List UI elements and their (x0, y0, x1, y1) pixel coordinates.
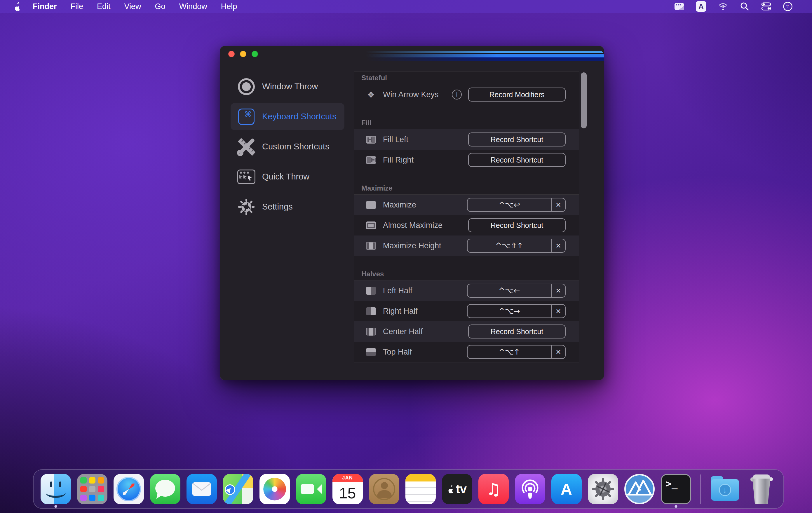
section-fill: Fill Fill Left Record Shortcut Fill Righ… (354, 116, 579, 170)
sidebar-item-keyboard-shortcuts[interactable]: ⌘ Keyboard Shortcuts (231, 103, 344, 130)
row-fill-left: Fill Left Record Shortcut (354, 129, 579, 150)
menu-view[interactable]: View (124, 2, 141, 11)
command-key-icon: ⌘ (237, 108, 256, 126)
trash-icon (746, 474, 777, 504)
clear-shortcut-button[interactable]: × (552, 199, 565, 211)
menu-edit[interactable]: Edit (97, 2, 111, 11)
dock-finder[interactable] (40, 474, 71, 504)
section-header: Maximize (354, 182, 579, 194)
dock-photos[interactable] (259, 474, 290, 504)
menu-app-name[interactable]: Finder (33, 2, 57, 11)
dock-notes[interactable] (405, 474, 436, 504)
calendar-icon: JAN 15 (332, 474, 363, 504)
calendar-month: JAN (332, 474, 363, 482)
menu-help[interactable]: Help (221, 2, 237, 11)
dock-system-preferences[interactable] (588, 474, 618, 504)
sidebar-item-quick-throw[interactable]: Quick Throw (231, 163, 344, 190)
section-stateful: Stateful ❖ Win Arrow Keys i Record Modif… (354, 71, 579, 105)
menu-file[interactable]: File (70, 2, 84, 11)
right-half-icon (366, 307, 376, 315)
row-right-half: Right Half ^⌥→ × (354, 301, 579, 321)
row-almost-maximize: Almost Maximize Record Shortcut (354, 215, 579, 236)
sidebar: Window Throw ⌘ Keyboard Shortcuts Custom… (231, 73, 344, 223)
menu-bar: Finder File Edit View Go Window Help A 7 (0, 0, 812, 13)
downloads-folder-icon: ↓ (710, 474, 740, 504)
record-modifiers-button[interactable]: Record Modifiers (468, 88, 566, 101)
sidebar-item-settings[interactable]: Settings (231, 193, 344, 220)
app-window: Window Throw ⌘ Keyboard Shortcuts Custom… (220, 46, 604, 380)
dock-downloads[interactable]: ↓ (710, 474, 740, 504)
arrow-keys-icon: ❖ (366, 90, 376, 99)
running-indicator (54, 505, 57, 508)
finder-icon (40, 474, 71, 504)
row-maximize-height: Maximize Height ^⌥⇧↑ × (354, 236, 579, 256)
dock-safari[interactable] (114, 474, 144, 504)
mail-icon (186, 474, 217, 504)
shortcut-keys[interactable]: ^⌥⇧↑ (468, 239, 552, 252)
clock-icon[interactable]: 7 (783, 1, 793, 11)
shortcut-keys[interactable]: ^⌥↩ (468, 199, 552, 211)
sidebar-item-custom-shortcuts[interactable]: Custom Shortcuts (231, 133, 344, 160)
spotlight-search-icon[interactable] (740, 1, 750, 11)
dock-maps[interactable] (223, 474, 253, 504)
shortcut-field-top-half: ^⌥↑ × (467, 345, 566, 359)
shortcuts-panel: Stateful ❖ Win Arrow Keys i Record Modif… (354, 71, 579, 362)
dock-launchpad[interactable] (77, 474, 108, 504)
dock-facetime[interactable] (296, 474, 326, 504)
dock-messages[interactable] (150, 474, 180, 504)
fill-right-icon (366, 156, 376, 164)
record-shortcut-button[interactable]: Record Shortcut (468, 325, 566, 338)
dock-podcasts[interactable] (515, 474, 545, 504)
dock-terminal[interactable]: >_ (661, 474, 691, 504)
dock-music[interactable]: ♫ (478, 474, 509, 504)
clear-shortcut-button[interactable]: × (552, 345, 565, 358)
dock-window-app[interactable] (624, 474, 655, 504)
record-shortcut-button[interactable]: Record Shortcut (468, 132, 566, 147)
facetime-icon (296, 474, 326, 504)
apple-menu-icon[interactable] (13, 2, 22, 11)
menu-go[interactable]: Go (155, 2, 166, 11)
zoom-button[interactable] (252, 51, 258, 57)
section-header: Stateful (354, 71, 579, 84)
launchpad-icon (77, 474, 108, 504)
maximize-height-icon (366, 242, 376, 250)
minimize-button[interactable] (240, 51, 246, 57)
section-header: Fill (354, 116, 579, 129)
clear-shortcut-button[interactable]: × (552, 284, 565, 297)
close-button[interactable] (228, 51, 235, 57)
shortcut-keys[interactable]: ^⌥↑ (468, 345, 552, 358)
clear-shortcut-button[interactable]: × (552, 305, 565, 318)
keyboard-window-icon[interactable] (674, 1, 684, 11)
dock-mail[interactable] (186, 474, 217, 504)
input-source-icon[interactable]: A (696, 1, 706, 12)
record-shortcut-button[interactable]: Record Shortcut (468, 218, 566, 232)
dock-calendar[interactable]: JAN 15 (332, 474, 363, 504)
wifi-alert-icon[interactable] (718, 1, 728, 11)
record-shortcut-button[interactable]: Record Shortcut (468, 153, 566, 167)
shortcut-field-right-half: ^⌥→ × (467, 304, 566, 318)
scrollbar-thumb[interactable] (581, 72, 587, 128)
music-icon: ♫ (478, 474, 509, 504)
shortcut-field-maximize: ^⌥↩ × (467, 198, 566, 212)
menu-window[interactable]: Window (179, 2, 207, 11)
sidebar-item-window-throw[interactable]: Window Throw (231, 73, 344, 100)
sidebar-item-label: Quick Throw (262, 172, 309, 182)
calendar-day: 15 (332, 482, 363, 504)
shortcut-keys[interactable]: ^⌥→ (468, 305, 552, 318)
photos-icon (259, 474, 290, 504)
fill-left-icon (366, 136, 376, 144)
row-win-arrow-keys: ❖ Win Arrow Keys i Record Modifiers (354, 84, 579, 105)
shortcut-keys[interactable]: ^⌥← (468, 284, 552, 297)
control-center-icon[interactable] (761, 1, 771, 11)
info-icon[interactable]: i (452, 90, 462, 99)
dock: JAN 15 tv ♫ A (33, 469, 784, 509)
dock-trash[interactable] (746, 474, 777, 504)
section-maximize: Maximize Maximize ^⌥↩ × Almost Maximize … (354, 182, 579, 256)
sidebar-item-label: Custom Shortcuts (262, 142, 329, 151)
row-center-half: Center Half Record Shortcut (354, 321, 579, 342)
clear-shortcut-button[interactable]: × (552, 239, 565, 252)
window-manager-app-icon (624, 474, 655, 504)
dock-appletv[interactable]: tv (442, 474, 472, 504)
dock-appstore[interactable]: A (551, 474, 582, 504)
dock-contacts[interactable] (369, 474, 399, 504)
